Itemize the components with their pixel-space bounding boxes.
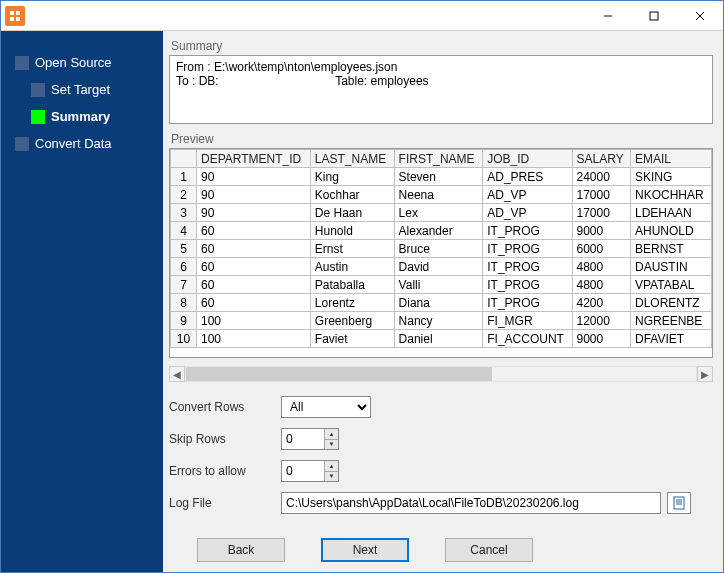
table-cell[interactable]: AD_VP (483, 186, 572, 204)
table-cell[interactable]: 12000 (572, 312, 631, 330)
table-cell[interactable]: IT_PROG (483, 222, 572, 240)
spin-up-icon[interactable]: ▲ (324, 429, 338, 440)
table-cell[interactable]: FI_MGR (483, 312, 572, 330)
column-header[interactable]: DEPARTMENT_ID (197, 150, 311, 168)
table-cell[interactable]: Valli (394, 276, 483, 294)
table-cell[interactable]: 60 (197, 222, 311, 240)
table-cell[interactable]: IT_PROG (483, 258, 572, 276)
table-cell[interactable]: 60 (197, 258, 311, 276)
table-cell[interactable]: 4800 (572, 276, 631, 294)
column-header[interactable]: JOB_ID (483, 150, 572, 168)
table-cell[interactable]: Daniel (394, 330, 483, 348)
table-cell[interactable]: VPATABAL (631, 276, 712, 294)
table-cell[interactable]: Nancy (394, 312, 483, 330)
scroll-track[interactable] (185, 366, 697, 382)
table-row[interactable]: 660AustinDavidIT_PROG4800DAUSTIN (171, 258, 712, 276)
table-cell[interactable]: 9000 (572, 222, 631, 240)
column-header[interactable]: SALARY (572, 150, 631, 168)
table-cell[interactable]: FI_ACCOUNT (483, 330, 572, 348)
convert-rows-select[interactable]: All (281, 396, 371, 418)
table-cell[interactable]: Pataballa (310, 276, 394, 294)
table-cell[interactable]: Lorentz (310, 294, 394, 312)
scroll-left-icon[interactable]: ◀ (169, 366, 185, 382)
table-cell[interactable]: Neena (394, 186, 483, 204)
table-cell[interactable]: 4800 (572, 258, 631, 276)
table-cell[interactable]: Steven (394, 168, 483, 186)
table-cell[interactable]: Ernst (310, 240, 394, 258)
table-cell[interactable]: SKING (631, 168, 712, 186)
table-cell[interactable]: NGREENBE (631, 312, 712, 330)
table-cell[interactable]: 17000 (572, 186, 631, 204)
log-file-input[interactable] (281, 492, 661, 514)
table-cell[interactable]: Austin (310, 258, 394, 276)
table-row[interactable]: 9100GreenbergNancyFI_MGR12000NGREENBE (171, 312, 712, 330)
table-row[interactable]: 10100FavietDanielFI_ACCOUNT9000DFAVIET (171, 330, 712, 348)
table-row[interactable]: 190KingStevenAD_PRES24000SKING (171, 168, 712, 186)
sidebar-item-open-source[interactable]: Open Source (1, 49, 163, 76)
table-cell[interactable]: 90 (197, 186, 311, 204)
sidebar-item-summary[interactable]: Summary (1, 103, 163, 130)
table-cell[interactable]: 6000 (572, 240, 631, 258)
table-cell[interactable]: LDEHAAN (631, 204, 712, 222)
table-row[interactable]: 390De HaanLexAD_VP17000LDEHAAN (171, 204, 712, 222)
table-cell[interactable]: IT_PROG (483, 276, 572, 294)
table-cell[interactable]: BERNST (631, 240, 712, 258)
table-cell[interactable]: Hunold (310, 222, 394, 240)
table-row[interactable]: 290KochharNeenaAD_VP17000NKOCHHAR (171, 186, 712, 204)
table-cell[interactable]: NKOCHHAR (631, 186, 712, 204)
column-header[interactable]: FIRST_NAME (394, 150, 483, 168)
table-cell[interactable]: DAUSTIN (631, 258, 712, 276)
table-cell[interactable]: 17000 (572, 204, 631, 222)
close-button[interactable] (677, 1, 723, 31)
table-cell[interactable]: Alexander (394, 222, 483, 240)
table-cell[interactable]: AD_PRES (483, 168, 572, 186)
column-header[interactable]: LAST_NAME (310, 150, 394, 168)
sidebar-item-convert-data[interactable]: Convert Data (1, 130, 163, 157)
table-cell[interactable]: 100 (197, 330, 311, 348)
table-row[interactable]: 460HunoldAlexanderIT_PROG9000AHUNOLD (171, 222, 712, 240)
horizontal-scrollbar[interactable]: ◀ ▶ (169, 366, 713, 382)
table-cell[interactable]: De Haan (310, 204, 394, 222)
table-cell[interactable]: 24000 (572, 168, 631, 186)
next-button[interactable]: Next (321, 538, 409, 562)
table-cell[interactable]: Diana (394, 294, 483, 312)
table-cell[interactable]: AD_VP (483, 204, 572, 222)
table-cell[interactable]: King (310, 168, 394, 186)
table-cell[interactable]: IT_PROG (483, 240, 572, 258)
spin-up-icon[interactable]: ▲ (324, 461, 338, 472)
table-cell[interactable]: 60 (197, 294, 311, 312)
table-cell[interactable]: 100 (197, 312, 311, 330)
table-cell[interactable]: 60 (197, 276, 311, 294)
table-cell[interactable]: 60 (197, 240, 311, 258)
table-cell[interactable]: Bruce (394, 240, 483, 258)
back-button[interactable]: Back (197, 538, 285, 562)
column-header[interactable]: EMAIL (631, 150, 712, 168)
table-cell[interactable]: DFAVIET (631, 330, 712, 348)
table-cell[interactable]: 9000 (572, 330, 631, 348)
spin-down-icon[interactable]: ▼ (324, 472, 338, 482)
table-cell[interactable]: David (394, 258, 483, 276)
table-cell[interactable]: Kochhar (310, 186, 394, 204)
summary-from-label: From : (176, 60, 211, 74)
minimize-button[interactable] (585, 1, 631, 31)
table-cell[interactable]: 4200 (572, 294, 631, 312)
scroll-right-icon[interactable]: ▶ (697, 366, 713, 382)
table-cell[interactable]: IT_PROG (483, 294, 572, 312)
cancel-button[interactable]: Cancel (445, 538, 533, 562)
browse-log-button[interactable] (667, 492, 691, 514)
table-row[interactable]: 560ErnstBruceIT_PROG6000BERNST (171, 240, 712, 258)
table-cell[interactable]: 90 (197, 204, 311, 222)
table-cell[interactable]: Lex (394, 204, 483, 222)
table-cell[interactable]: AHUNOLD (631, 222, 712, 240)
table-cell[interactable]: Greenberg (310, 312, 394, 330)
table-row[interactable]: 760PataballaValliIT_PROG4800VPATABAL (171, 276, 712, 294)
scroll-thumb[interactable] (186, 367, 492, 381)
sidebar-item-set-target[interactable]: Set Target (1, 76, 163, 103)
table-cell[interactable]: DLORENTZ (631, 294, 712, 312)
spin-down-icon[interactable]: ▼ (324, 440, 338, 450)
table-cell[interactable]: Faviet (310, 330, 394, 348)
table-row[interactable]: 860LorentzDianaIT_PROG4200DLORENTZ (171, 294, 712, 312)
maximize-button[interactable] (631, 1, 677, 31)
table-cell[interactable]: 90 (197, 168, 311, 186)
row-number: 4 (171, 222, 197, 240)
